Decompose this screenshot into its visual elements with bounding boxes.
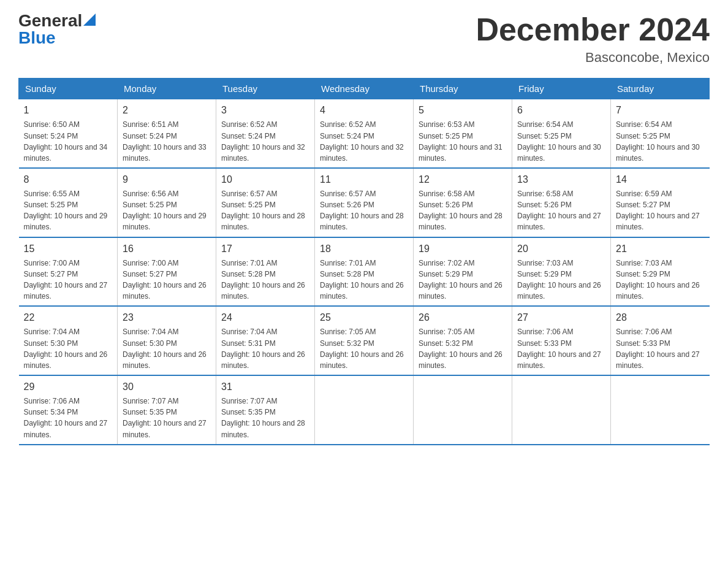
day-info: Sunrise: 7:06 AMSunset: 5:33 PMDaylight:…: [616, 327, 700, 369]
calendar-header-row: SundayMondayTuesdayWednesdayThursdayFrid…: [19, 79, 710, 99]
week-row-5: 29Sunrise: 7:06 AMSunset: 5:34 PMDayligh…: [19, 375, 710, 445]
day-info: Sunrise: 6:52 AMSunset: 5:24 PMDaylight:…: [221, 120, 305, 162]
day-info: Sunrise: 7:07 AMSunset: 5:35 PMDaylight:…: [221, 397, 305, 439]
week-row-3: 15Sunrise: 7:00 AMSunset: 5:27 PMDayligh…: [19, 237, 710, 307]
day-info: Sunrise: 6:57 AMSunset: 5:26 PMDaylight:…: [320, 190, 404, 231]
calendar-cell: 16Sunrise: 7:00 AMSunset: 5:27 PMDayligh…: [118, 237, 216, 307]
day-number: 7: [616, 103, 705, 117]
page-header: General Blue December 2024 Basconcobe, M…: [18, 12, 710, 66]
week-row-2: 8Sunrise: 6:55 AMSunset: 5:25 PMDaylight…: [19, 168, 710, 237]
svg-marker-0: [83, 13, 96, 26]
logo-general: General: [18, 12, 82, 29]
day-number: 30: [123, 380, 211, 394]
header-sunday: Sunday: [19, 79, 118, 99]
header-wednesday: Wednesday: [315, 79, 414, 99]
day-number: 6: [517, 103, 605, 117]
subtitle: Basconcobe, Mexico: [476, 50, 710, 66]
calendar-cell: 4Sunrise: 6:52 AMSunset: 5:24 PMDaylight…: [315, 99, 414, 168]
day-number: 18: [320, 242, 408, 256]
day-number: 16: [123, 242, 211, 256]
day-info: Sunrise: 6:56 AMSunset: 5:25 PMDaylight:…: [123, 190, 207, 231]
calendar-cell: [611, 375, 710, 445]
day-info: Sunrise: 7:02 AMSunset: 5:29 PMDaylight:…: [419, 259, 502, 301]
title-section: December 2024 Basconcobe, Mexico: [476, 12, 710, 66]
day-info: Sunrise: 7:03 AMSunset: 5:29 PMDaylight:…: [517, 259, 601, 301]
header-monday: Monday: [118, 79, 216, 99]
logo-blue: Blue: [18, 29, 56, 47]
day-info: Sunrise: 6:58 AMSunset: 5:26 PMDaylight:…: [419, 190, 502, 231]
calendar-cell: 5Sunrise: 6:53 AMSunset: 5:25 PMDaylight…: [414, 99, 512, 168]
calendar-cell: 9Sunrise: 6:56 AMSunset: 5:25 PMDaylight…: [118, 168, 216, 237]
calendar-cell: 29Sunrise: 7:06 AMSunset: 5:34 PMDayligh…: [19, 375, 118, 445]
day-number: 29: [24, 380, 113, 394]
calendar-cell: [315, 375, 414, 445]
calendar-table: SundayMondayTuesdayWednesdayThursdayFrid…: [18, 78, 710, 445]
header-thursday: Thursday: [414, 79, 512, 99]
calendar-cell: 31Sunrise: 7:07 AMSunset: 5:35 PMDayligh…: [216, 375, 315, 445]
calendar-cell: 24Sunrise: 7:04 AMSunset: 5:31 PMDayligh…: [216, 306, 315, 375]
calendar-cell: 10Sunrise: 6:57 AMSunset: 5:25 PMDayligh…: [216, 168, 315, 237]
day-info: Sunrise: 7:00 AMSunset: 5:27 PMDaylight:…: [123, 259, 207, 301]
day-number: 12: [419, 172, 507, 186]
day-info: Sunrise: 6:54 AMSunset: 5:25 PMDaylight:…: [616, 120, 700, 162]
day-number: 8: [24, 172, 113, 186]
calendar-cell: 3Sunrise: 6:52 AMSunset: 5:24 PMDaylight…: [216, 99, 315, 168]
day-number: 1: [24, 103, 113, 117]
day-number: 26: [419, 310, 507, 324]
calendar-cell: 28Sunrise: 7:06 AMSunset: 5:33 PMDayligh…: [611, 306, 710, 375]
day-info: Sunrise: 6:57 AMSunset: 5:25 PMDaylight:…: [221, 190, 305, 231]
calendar-cell: 12Sunrise: 6:58 AMSunset: 5:26 PMDayligh…: [414, 168, 512, 237]
day-number: 28: [616, 310, 705, 324]
calendar-cell: 6Sunrise: 6:54 AMSunset: 5:25 PMDaylight…: [512, 99, 611, 168]
calendar-cell: 27Sunrise: 7:06 AMSunset: 5:33 PMDayligh…: [512, 306, 611, 375]
day-info: Sunrise: 6:54 AMSunset: 5:25 PMDaylight:…: [517, 120, 601, 162]
calendar-cell: 8Sunrise: 6:55 AMSunset: 5:25 PMDaylight…: [19, 168, 118, 237]
day-info: Sunrise: 7:06 AMSunset: 5:33 PMDaylight:…: [517, 327, 601, 369]
calendar-cell: 17Sunrise: 7:01 AMSunset: 5:28 PMDayligh…: [216, 237, 315, 307]
day-info: Sunrise: 7:03 AMSunset: 5:29 PMDaylight:…: [616, 259, 700, 301]
day-number: 19: [419, 242, 507, 256]
day-number: 20: [517, 242, 605, 256]
week-row-4: 22Sunrise: 7:04 AMSunset: 5:30 PMDayligh…: [19, 306, 710, 375]
calendar-cell: 1Sunrise: 6:50 AMSunset: 5:24 PMDaylight…: [19, 99, 118, 168]
calendar-cell: 25Sunrise: 7:05 AMSunset: 5:32 PMDayligh…: [315, 306, 414, 375]
day-info: Sunrise: 7:04 AMSunset: 5:30 PMDaylight:…: [24, 327, 108, 369]
logo: General Blue: [18, 12, 96, 47]
day-number: 2: [123, 103, 211, 117]
day-info: Sunrise: 7:01 AMSunset: 5:28 PMDaylight:…: [320, 259, 404, 301]
day-number: 15: [24, 242, 113, 256]
day-number: 5: [419, 103, 507, 117]
day-number: 24: [221, 310, 309, 324]
day-info: Sunrise: 6:52 AMSunset: 5:24 PMDaylight:…: [320, 120, 404, 162]
calendar-cell: 19Sunrise: 7:02 AMSunset: 5:29 PMDayligh…: [414, 237, 512, 307]
week-row-1: 1Sunrise: 6:50 AMSunset: 5:24 PMDaylight…: [19, 99, 710, 168]
calendar-cell: 26Sunrise: 7:05 AMSunset: 5:32 PMDayligh…: [414, 306, 512, 375]
day-number: 11: [320, 172, 408, 186]
header-tuesday: Tuesday: [216, 79, 315, 99]
day-number: 23: [123, 310, 211, 324]
calendar-cell: 13Sunrise: 6:58 AMSunset: 5:26 PMDayligh…: [512, 168, 611, 237]
day-info: Sunrise: 7:05 AMSunset: 5:32 PMDaylight:…: [419, 327, 502, 369]
day-info: Sunrise: 6:59 AMSunset: 5:27 PMDaylight:…: [616, 190, 700, 231]
day-number: 10: [221, 172, 309, 186]
day-info: Sunrise: 6:55 AMSunset: 5:25 PMDaylight:…: [24, 190, 108, 231]
day-number: 25: [320, 310, 408, 324]
day-info: Sunrise: 6:58 AMSunset: 5:26 PMDaylight:…: [517, 190, 601, 231]
calendar-cell: [414, 375, 512, 445]
calendar-cell: 22Sunrise: 7:04 AMSunset: 5:30 PMDayligh…: [19, 306, 118, 375]
day-info: Sunrise: 6:53 AMSunset: 5:25 PMDaylight:…: [419, 120, 502, 162]
day-info: Sunrise: 7:01 AMSunset: 5:28 PMDaylight:…: [221, 259, 305, 301]
day-number: 14: [616, 172, 705, 186]
day-number: 21: [616, 242, 705, 256]
header-friday: Friday: [512, 79, 611, 99]
calendar-cell: 7Sunrise: 6:54 AMSunset: 5:25 PMDaylight…: [611, 99, 710, 168]
calendar-cell: 14Sunrise: 6:59 AMSunset: 5:27 PMDayligh…: [611, 168, 710, 237]
calendar-cell: 20Sunrise: 7:03 AMSunset: 5:29 PMDayligh…: [512, 237, 611, 307]
day-info: Sunrise: 7:04 AMSunset: 5:30 PMDaylight:…: [123, 327, 207, 369]
calendar-cell: 15Sunrise: 7:00 AMSunset: 5:27 PMDayligh…: [19, 237, 118, 307]
day-info: Sunrise: 7:06 AMSunset: 5:34 PMDaylight:…: [24, 397, 108, 439]
calendar-cell: 30Sunrise: 7:07 AMSunset: 5:35 PMDayligh…: [118, 375, 216, 445]
day-number: 13: [517, 172, 605, 186]
day-number: 27: [517, 310, 605, 324]
calendar-cell: 21Sunrise: 7:03 AMSunset: 5:29 PMDayligh…: [611, 237, 710, 307]
